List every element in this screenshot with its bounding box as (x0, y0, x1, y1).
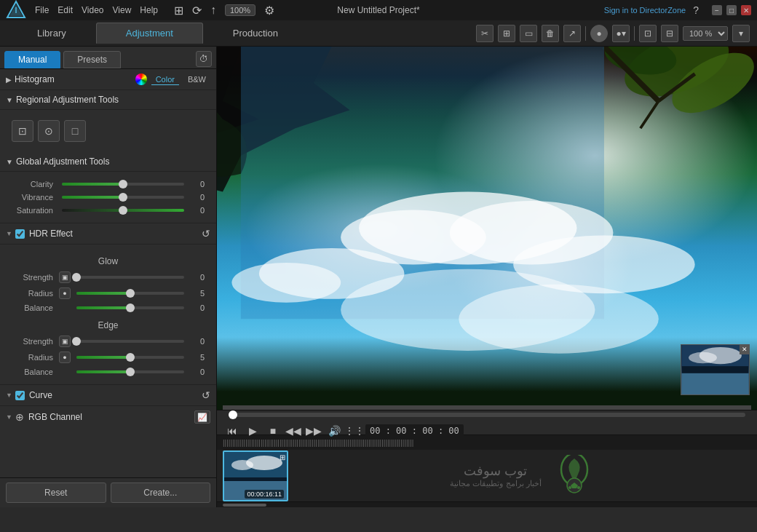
hdr-undo-btn[interactable]: ↺ (202, 228, 210, 239)
reset-button[interactable]: Reset (6, 483, 106, 503)
prev-frame-btn[interactable]: ◀◀ (284, 421, 303, 440)
menu-edit[interactable]: Edit (58, 5, 73, 15)
goto-start-btn[interactable]: ⏮ (223, 421, 242, 440)
ptab-manual[interactable]: Manual (4, 51, 60, 68)
panel-history-btn[interactable]: ⏱ (196, 51, 212, 67)
glow-strength-track[interactable] (76, 276, 184, 279)
shape-tool[interactable]: □ (64, 120, 86, 142)
tab-production[interactable]: Production (203, 23, 308, 44)
window-title: New Untitled Project* (337, 5, 419, 15)
curve-section-header: ▼ Curve ↺ (0, 384, 216, 406)
histogram-bw-btn[interactable]: B&W (183, 74, 210, 84)
timeline-scroll-thumb[interactable] (223, 504, 266, 507)
title-bar-right: Sign in to DirectorZone ? − □ ✕ (604, 4, 751, 16)
play-btn[interactable]: ▶ (243, 421, 262, 440)
sign-in-link[interactable]: Sign in to DirectorZone (604, 6, 686, 15)
curve-undo-btn[interactable]: ↺ (202, 389, 210, 401)
clarity-thumb[interactable] (119, 180, 127, 188)
timeline-clip-1[interactable]: 00:00:16:11 ⊞ (223, 450, 288, 501)
regional-tools-header[interactable]: ▼ Regional Adjustment Tools (0, 90, 216, 110)
radial-tool[interactable]: ⊙ (38, 120, 60, 142)
clarity-track[interactable] (62, 183, 184, 186)
minimize-button[interactable]: − (712, 5, 722, 15)
hdr-checkbox[interactable] (15, 229, 25, 239)
edge-radius-track[interactable] (76, 356, 184, 359)
view-tool-2[interactable]: ⊟ (661, 25, 678, 42)
menu-video[interactable]: Video (82, 5, 103, 15)
edge-strength-thumb[interactable] (72, 337, 81, 346)
circle-tool-1[interactable]: ● (590, 25, 608, 42)
glow-radius-value: 5 (187, 289, 205, 298)
edge-balance-track[interactable] (76, 370, 184, 373)
toolbar-icon-2[interactable]: ⟳ (192, 4, 202, 17)
create-button[interactable]: Create... (111, 483, 211, 503)
edge-strength-label: Strength (12, 337, 59, 346)
curve-add-icon[interactable]: ⊕ (15, 411, 24, 423)
menu-help[interactable]: Help (140, 5, 158, 15)
edge-radius-thumb[interactable] (126, 353, 135, 362)
stop-btn[interactable]: ■ (263, 421, 282, 440)
selection-rect-tool[interactable]: ⊡ (12, 120, 33, 142)
pip-close-btn[interactable]: ✕ (740, 344, 750, 354)
zoom-dropdown-btn[interactable]: ▾ (732, 25, 750, 42)
vibrance-row: Vibrance 0 (6, 191, 210, 204)
tab-adjustment[interactable]: Adjustment (96, 23, 203, 44)
dot-menu[interactable]: ●▾ (612, 25, 630, 42)
vibrance-track[interactable] (62, 196, 184, 199)
close-button[interactable]: ✕ (741, 5, 751, 15)
vibrance-thumb[interactable] (119, 193, 127, 202)
seek-thumb[interactable] (229, 410, 237, 419)
curve-controls: 📈 (194, 410, 210, 424)
global-tools-header[interactable]: ▼ Global Adjustment Tools (0, 152, 216, 172)
saturation-track[interactable] (62, 209, 184, 212)
toolbar-icon-3[interactable]: ↑ (210, 4, 216, 17)
curve-checkbox[interactable] (15, 391, 25, 400)
glow-balance-track[interactable] (76, 306, 184, 309)
hdr-arrow: ▼ (6, 230, 12, 237)
edge-balance-thumb[interactable] (126, 368, 135, 376)
svg-point-31 (577, 486, 580, 489)
split-btn[interactable]: ⋮⋮ (345, 421, 364, 440)
saturation-thumb[interactable] (119, 206, 127, 215)
edge-title: Edge (6, 314, 210, 333)
preview-area: ✕ (217, 47, 757, 410)
rgb-arrow: ▼ (6, 413, 12, 421)
film-tool[interactable]: ▭ (520, 25, 537, 42)
export-tool[interactable]: ↗ (563, 25, 581, 42)
histogram-arrow: ▶ (6, 76, 12, 84)
color-wheel-icon[interactable] (135, 74, 147, 85)
glow-radius-thumb[interactable] (126, 289, 135, 298)
ptab-presets[interactable]: Presets (63, 51, 121, 68)
edge-strength-track[interactable] (76, 340, 184, 343)
watermark-text-ar: توب سوفت (450, 463, 541, 479)
zoom-select[interactable]: 100 % 50 % 75 % 150 % 200 % (683, 26, 728, 41)
curve-graph-btn[interactable]: 📈 (194, 410, 210, 424)
panel-bottom-space (0, 428, 216, 442)
toolbar-icon-1[interactable]: ⊞ (174, 4, 183, 17)
next-frame-btn[interactable]: ▶▶ (304, 421, 323, 440)
delete-tool[interactable]: 🗑 (542, 25, 559, 42)
glow-strength-thumb[interactable] (72, 273, 81, 282)
tab-library[interactable]: Library (7, 23, 96, 44)
maximize-button[interactable]: □ (726, 5, 737, 15)
regional-arrow: ▼ (6, 96, 13, 104)
seek-bar[interactable] (229, 413, 745, 417)
toolbar-icon-4[interactable]: ⚙ (264, 4, 274, 17)
grid-tool[interactable]: ⊞ (498, 25, 515, 42)
rgb-channel-label: RGB Channel (28, 412, 194, 422)
scissors-tool[interactable]: ✂ (476, 25, 494, 42)
menu-view[interactable]: View (113, 5, 132, 15)
histogram-color-btn[interactable]: Color (151, 74, 179, 85)
edge-radius-row: Radius ● 5 (6, 349, 210, 365)
timeline-scrollbar[interactable] (217, 501, 757, 507)
histogram-section-header[interactable]: ▶ Histogram Color B&W (0, 69, 216, 90)
glow-radius-track[interactable] (76, 292, 184, 295)
volume-btn[interactable]: 🔊 (325, 421, 344, 440)
view-tool-1[interactable]: ⊡ (639, 25, 657, 42)
help-icon[interactable]: ? (693, 4, 699, 16)
menu-file[interactable]: File (35, 5, 49, 15)
view-percent[interactable]: 100% (225, 4, 255, 16)
glow-balance-thumb[interactable] (126, 303, 135, 312)
curve-arrow: ▼ (6, 392, 12, 399)
menu-bar[interactable]: File Edit Video View Help (35, 5, 158, 15)
